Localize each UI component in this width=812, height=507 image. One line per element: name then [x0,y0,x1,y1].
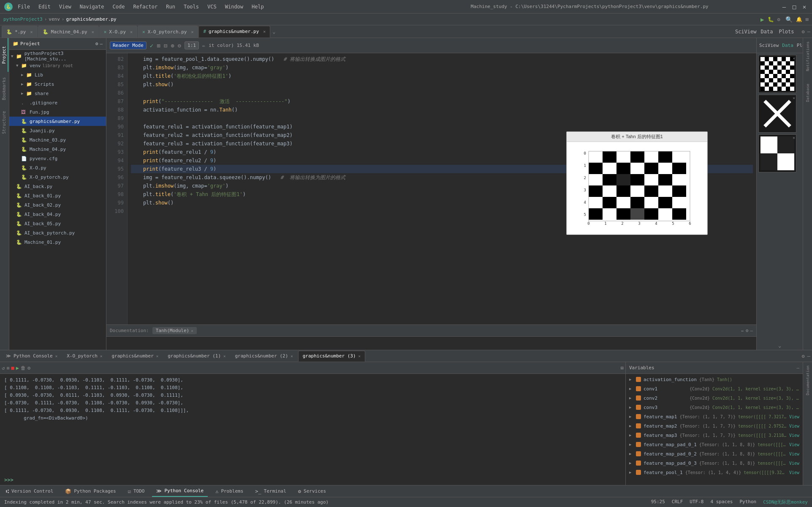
activity-todo[interactable]: ☑ TODO [124,486,149,497]
tree-pyvenv[interactable]: 📄 pyvenv.cfg [9,154,106,163]
breadcrumb-project[interactable]: pythonProject3 [3,16,43,22]
doc-edit-icon[interactable]: ✏ [741,328,744,333]
view-fm1[interactable]: View [789,414,799,419]
close-tab-xo[interactable]: ✕ [130,30,133,34]
close-tab-unnamed[interactable]: ✕ [30,30,33,34]
tree-gitignore[interactable]: . .gitignore [9,98,106,107]
clear-icon[interactable]: 🗑 [21,365,26,371]
menu-run[interactable]: Run [164,3,177,11]
maximize-button[interactable]: □ [791,3,798,10]
project-tab[interactable]: Project [0,38,8,72]
menu-view[interactable]: View [57,3,73,11]
run-icon[interactable]: ▶ [760,16,764,23]
menu-help[interactable]: Help [250,3,266,11]
bottom-tab-console[interactable]: ≫ Python Console ✕ [2,351,62,362]
view-fmp03[interactable]: View [789,461,799,466]
sci-image-2[interactable]: ✕ [758,95,796,133]
project-settings-icon[interactable]: ⚙ [95,41,98,46]
stop-icon[interactable]: ■ [11,365,14,371]
notifications-label[interactable]: Notifications [806,40,810,73]
activity-problems[interactable]: ⚠ Problems [211,486,247,497]
tree-ai-back04[interactable]: 🐍 AI_back_04.py [9,210,106,219]
close-sci-3[interactable]: ✕ [793,136,795,140]
tab-xo[interactable]: ✕ X-O.py ✕ [99,26,137,38]
notification-icon[interactable]: 🔔 [796,16,802,22]
var-fmp02[interactable]: ▶ feature_map_pad_0_2 {Tensor: (1, 1, 8,… [626,449,803,458]
tab-graphics[interactable]: # graphics&number.py ✕ [198,26,270,38]
var-feature-map2[interactable]: ▶ feature_map2 {Tensor: (1, 1, 7, 7)} te… [626,421,803,431]
expand-icon[interactable]: ⊞ [806,16,809,22]
activity-python-console[interactable]: ≫ Python Console [152,486,208,497]
edit-icon[interactable]: ✏ [202,43,205,49]
bottom-tab-gfx4[interactable]: graphics&number (3) ✕ [298,351,365,362]
var-fmp03[interactable]: ▶ feature_map_pad_0_3 {Tensor: (1, 1, 8,… [626,458,803,468]
menu-code[interactable]: Code [111,3,127,11]
doc-settings-icon[interactable]: ⚙ [746,328,749,333]
tree-lib[interactable]: ▶ 📁 Lib [9,70,106,79]
tree-ai-back-pytorch[interactable]: 🐍 AI_back_pytorch.py [9,228,106,237]
status-indentation[interactable]: 4 spaces [710,499,733,505]
console-input[interactable] [15,477,621,483]
bottom-tab-gfx1[interactable]: graphics&number ✕ [107,351,163,362]
var-collapse-icon[interactable]: — [796,365,799,371]
menu-navigate[interactable]: Navigate [78,3,106,11]
data-tab[interactable]: Data [761,29,773,35]
var-feature-pool1[interactable]: ▶ feature_pool_1 {Tensor: (1, 1, 4, 4)} … [626,468,803,477]
menu-edit[interactable]: Edit [37,3,52,11]
var-feature-map1[interactable]: ▶ feature_map1 {Tensor: (1, 1, 7, 7)} te… [626,412,803,421]
tree-scripts[interactable]: ▶ 📁 Scripts [9,79,106,89]
var-conv2[interactable]: ▶ conv2 {Conv2d} Conv2d(1, 1, kernel_siz… [626,393,803,403]
close-xo-pytorch-tab[interactable]: ✕ [100,354,102,358]
bottom-settings-icon[interactable]: ⚙ [802,353,805,359]
settings2-icon[interactable]: ⚙ [27,365,30,371]
var-activation-function[interactable]: ▶ activation_function {Tanh} Tanh() [626,375,803,384]
status-language[interactable]: Python [739,499,756,505]
view-fmp01[interactable]: View [789,442,799,447]
tab-machine04[interactable]: 🐍 Machine_04.py ✕ [38,26,99,38]
tab-unnamed[interactable]: 🐍 *.py ✕ [2,26,38,38]
var-fmp01[interactable]: ▶ feature_map_pad_0_1 {Tensor: (1, 1, 8,… [626,440,803,449]
console-run-icon[interactable]: ▶ [16,365,19,371]
close-sci-2[interactable]: ✕ [793,96,795,100]
doc-collapse-icon[interactable]: — [750,328,753,333]
tree-machine04[interactable]: 🐍 Machine_04.py [9,144,106,154]
zoom-1-1-button[interactable]: 1:1 [185,41,199,49]
plots-tab[interactable]: Plots [779,29,794,35]
activity-version-control[interactable]: ⑆ Version Control [2,486,57,497]
close-gfx3-tab[interactable]: ✕ [291,354,293,358]
sciview-expand-btn[interactable]: ⌄ [757,341,803,350]
expand2-icon[interactable]: ⊞ [621,365,624,371]
tab-collapse-icon[interactable]: — [807,29,810,35]
tree-machine03[interactable]: 🐍 Machine_03.py [9,135,106,144]
menu-window[interactable]: Window [223,3,245,11]
view-fm2[interactable]: View [789,424,799,428]
zoom-out-icon[interactable]: ⊖ [178,42,181,49]
menu-refactor[interactable]: Refactor [131,3,159,11]
status-position[interactable]: 95:25 [651,499,665,505]
close-sci-1[interactable]: ✕ [793,56,795,60]
activity-services[interactable]: ⚙ Services [294,486,330,497]
close-gfx4-tab[interactable]: ✕ [358,354,361,358]
tree-machine01[interactable]: 🐍 Machine_01.py [9,237,106,247]
status-line-ending[interactable]: CRLF [672,499,683,505]
bottom-collapse-icon[interactable]: — [807,353,810,359]
tree-graphics-number[interactable]: 🐍 graphics&number.py [9,117,106,126]
close-gfx2-tab[interactable]: ✕ [223,354,225,358]
tab-xo-pytorch[interactable]: ✕ X-O_pytorch.py ✕ [138,26,198,38]
tree-ai-back[interactable]: 🐍 AI_back.py [9,182,106,191]
menu-vcs[interactable]: VCS [206,3,218,11]
tree-ai-back02[interactable]: 🐍 AI_back_02.py [9,200,106,210]
sci-image-1[interactable]: ✕ [758,55,796,93]
reader-mode-button[interactable]: Reader Mode [110,41,147,49]
close-tab-machine04[interactable]: ✕ [92,30,94,34]
debug-icon[interactable]: 🐛 [768,16,774,22]
documentation-sidebar-label[interactable]: Documentation [806,364,810,397]
tree-xo-pytorch[interactable]: 🐍 X-O_pytorch.py [9,172,106,182]
close-tab-xo-pytorch[interactable]: ✕ [191,30,193,34]
project-collapse-icon[interactable]: — [100,41,103,46]
var-feature-map3[interactable]: ▶ feature_map3 {Tensor: (1, 1, 7, 7)} te… [626,431,803,440]
tree-xo[interactable]: 🐍 X-O.py [9,163,106,172]
bottom-tab-gfx3[interactable]: graphics&number (2) ✕ [231,351,297,362]
tree-venv[interactable]: ▼ 📁 venv library root [9,61,106,70]
settings-icon[interactable]: ⚙ [777,16,780,22]
